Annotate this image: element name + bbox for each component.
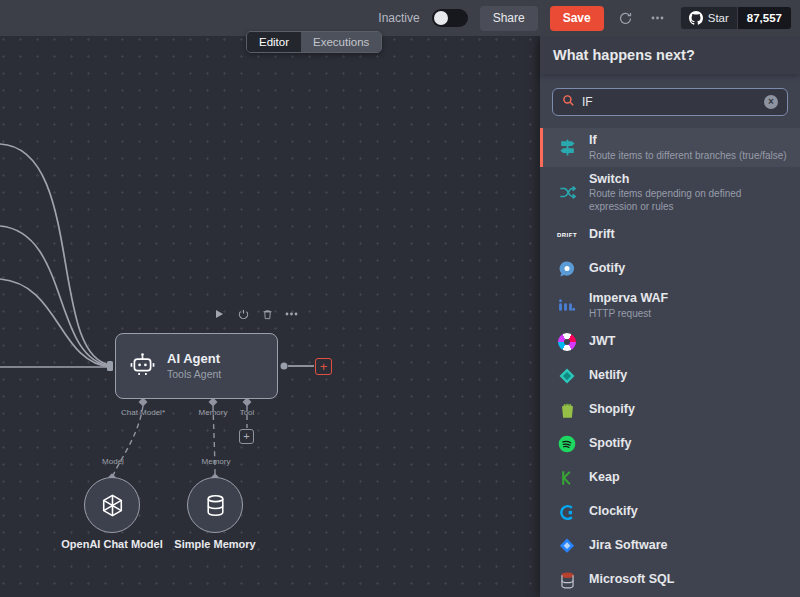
database-icon: [203, 493, 228, 518]
trash-icon[interactable]: [260, 307, 274, 321]
node-item-switch[interactable]: Switch Route items depending on defined …: [540, 167, 800, 218]
robot-icon: [129, 351, 156, 382]
link-label-model: Model: [83, 457, 143, 466]
node-item-microsoft-sql[interactable]: Microsoft SQL: [540, 563, 800, 597]
netlify-icon: [556, 365, 578, 387]
node-item-clockify[interactable]: Clockify: [540, 495, 800, 529]
openai-chat-model-node[interactable]: [84, 477, 140, 533]
node-picker-panel: What happens next? × If Route items to d…: [540, 36, 800, 597]
node-item-jira-software[interactable]: Jira Software: [540, 529, 800, 563]
github-star-label: Star: [708, 12, 729, 24]
node-toolbar: [212, 307, 298, 321]
node-item-spotify[interactable]: Spotify: [540, 427, 800, 461]
save-button[interactable]: Save: [550, 6, 604, 31]
tab-editor[interactable]: Editor: [247, 32, 301, 52]
play-icon[interactable]: [212, 307, 226, 321]
node-item-gotify[interactable]: Gotify: [540, 252, 800, 286]
search-area: ×: [540, 74, 800, 126]
agent-node-subtitle: Tools Agent: [167, 368, 221, 381]
clockify-icon: [556, 501, 578, 523]
agent-node-title: AI Agent: [167, 351, 221, 367]
view-tabs: Editor Executions: [246, 31, 382, 53]
shopify-icon: [556, 399, 578, 421]
github-icon: [689, 11, 703, 25]
switch-icon: [556, 182, 578, 204]
toggle-knob: [434, 11, 448, 25]
power-icon[interactable]: [236, 307, 250, 321]
github-star-button[interactable]: Star: [681, 7, 737, 29]
node-item-if[interactable]: If Route items to different branches (tr…: [540, 128, 800, 167]
github-star-count[interactable]: 87,557: [737, 7, 791, 29]
node-item-drift[interactable]: DRIFT Drift: [540, 218, 800, 252]
clear-search-icon[interactable]: ×: [764, 95, 778, 109]
if-icon: [556, 137, 578, 159]
node-item-jwt[interactable]: JWT: [540, 325, 800, 359]
search-box: ×: [552, 88, 788, 116]
simple-memory-node[interactable]: [187, 477, 243, 533]
node-more-icon[interactable]: [284, 307, 298, 321]
jira-icon: [556, 535, 578, 557]
share-button[interactable]: Share: [480, 6, 538, 31]
workflow-status-label: Inactive: [378, 11, 419, 25]
node-list: If Route items to different branches (tr…: [540, 126, 800, 597]
workflow-canvas[interactable]: AI Agent Tools Agent + + Chat Model* Mem…: [0, 36, 540, 597]
node-item-keap[interactable]: Keap: [540, 461, 800, 495]
imperva-waf-icon: [556, 294, 578, 316]
port-label-tool: Tool: [227, 408, 267, 417]
jwt-icon: [556, 331, 578, 353]
search-input[interactable]: [582, 95, 757, 109]
keap-icon: [556, 467, 578, 489]
active-toggle[interactable]: [432, 9, 468, 27]
add-next-node-button[interactable]: +: [315, 358, 332, 375]
top-bar: Inactive Share Save Star 87,557: [0, 0, 800, 36]
port-label-chat-model: Chat Model*: [103, 408, 183, 417]
panel-header: What happens next?: [540, 36, 800, 74]
node-item-imperva-waf[interactable]: Imperva WAF HTTP request: [540, 286, 800, 325]
link-label-memory: Memory: [186, 457, 246, 466]
panel-title: What happens next?: [553, 47, 695, 63]
tab-executions[interactable]: Executions: [301, 32, 381, 52]
spotify-icon: [556, 433, 578, 455]
ai-agent-node[interactable]: AI Agent Tools Agent: [115, 333, 278, 399]
github-star-widget: Star 87,557: [680, 6, 792, 30]
gotify-icon: [556, 258, 578, 280]
node-item-netlify[interactable]: Netlify: [540, 359, 800, 393]
history-icon[interactable]: [616, 8, 636, 28]
add-tool-button[interactable]: +: [239, 429, 254, 444]
more-options-icon[interactable]: [648, 8, 668, 28]
search-icon: [562, 93, 575, 111]
openai-icon: [99, 492, 126, 519]
drift-icon: DRIFT: [556, 224, 578, 246]
microsoft-sql-icon: [556, 569, 578, 591]
memory-node-label: Simple Memory: [155, 538, 275, 550]
node-item-shopify[interactable]: Shopify: [540, 393, 800, 427]
